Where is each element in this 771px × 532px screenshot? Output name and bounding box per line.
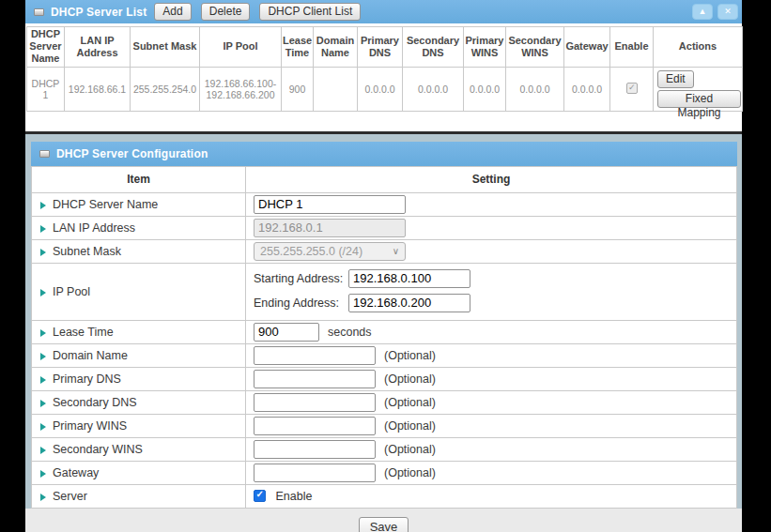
row-server: Server Enable: [32, 484, 737, 508]
column-header: Primary WINS: [464, 27, 506, 68]
ending-address-input[interactable]: [348, 294, 470, 312]
row-label: Subnet Mask: [53, 245, 121, 258]
cell-lan-ip: 192.168.66.1: [65, 67, 131, 111]
server-enable-checkbox[interactable]: [254, 490, 266, 502]
row-label: LAN IP Address: [53, 221, 135, 235]
starting-address-input[interactable]: [348, 269, 470, 288]
table-row: DHCP 1 192.168.66.1 255.255.254.0 192.16…: [27, 67, 743, 111]
subnet-mask-value: 255.255.255.0 (/24): [260, 245, 362, 258]
section-gap: [25, 112, 742, 131]
row-lan-ip-address: LAN IP Address: [32, 216, 737, 239]
secondary-dns-input[interactable]: [254, 393, 376, 412]
domain-name-input[interactable]: [254, 346, 376, 365]
chevron-down-icon: ∨: [393, 246, 399, 256]
server-enable-label: Enable: [275, 490, 312, 503]
cell-dhcp-server-name: DHCP 1: [27, 67, 65, 111]
item-arrow-icon: [40, 225, 46, 233]
dhcp-server-list-table: DHCP Server Name LAN IP Address Subnet M…: [26, 26, 743, 112]
primary-dns-input[interactable]: [254, 370, 376, 388]
dhcp-client-list-button[interactable]: DHCP Client List: [259, 3, 361, 21]
panel-icon: [34, 8, 44, 16]
cell-gateway: 0.0.0.0: [564, 67, 610, 111]
column-header: LAN IP Address: [65, 27, 131, 68]
item-arrow-icon: [40, 329, 46, 337]
column-header: Secondary WINS: [506, 27, 564, 68]
item-arrow-icon: [40, 249, 46, 256]
subnet-mask-select: 255.255.255.0 (/24) ∨: [254, 242, 406, 261]
item-arrow-icon: [40, 202, 46, 209]
optional-hint: (Optional): [384, 396, 436, 409]
cell-primary-wins: 0.0.0.0: [464, 67, 506, 111]
item-arrow-icon: [40, 447, 46, 454]
row-label: Gateway: [53, 466, 99, 479]
lease-time-input[interactable]: [254, 323, 319, 342]
column-header: Domain Name: [314, 27, 358, 68]
config-header-row: Item Setting: [32, 166, 737, 192]
collapse-icon: ▲: [699, 8, 707, 16]
row-domain-name: Domain Name (Optional): [32, 343, 737, 367]
item-arrow-icon: [40, 470, 46, 478]
row-label: DHCP Server Name: [53, 198, 158, 211]
row-label: Primary DNS: [53, 372, 121, 386]
cell-ip-pool: 192.168.66.100-192.168.66.200: [200, 67, 282, 111]
item-arrow-icon: [40, 400, 46, 407]
collapse-button[interactable]: ▲: [692, 4, 713, 20]
column-header: Lease Time: [282, 27, 314, 68]
cell-subnet-mask: 255.255.254.0: [131, 67, 200, 111]
dhcp-server-configuration-table: Item Setting DHCP Server Name LAN IP Add…: [31, 166, 737, 509]
row-primary-dns: Primary DNS (Optional): [32, 367, 737, 390]
optional-hint: (Optional): [384, 372, 436, 386]
save-button[interactable]: Save: [359, 517, 409, 532]
column-header: DHCP Server Name: [27, 27, 65, 68]
row-label: Secondary WINS: [53, 443, 143, 456]
ending-address-label: Ending Address:: [254, 296, 348, 310]
row-ip-pool: IP Pool Starting Address: Ending Address…: [32, 263, 737, 320]
row-label: Domain Name: [53, 349, 128, 362]
item-column-header: Item: [32, 166, 246, 192]
fixed-mapping-button[interactable]: Fixed Mapping: [657, 90, 741, 108]
row-secondary-dns: Secondary DNS (Optional): [32, 390, 737, 414]
optional-hint: (Optional): [384, 466, 436, 479]
close-button[interactable]: ✕: [717, 4, 738, 20]
row-label: Secondary DNS: [53, 396, 137, 409]
panel-title: DHCP Server Configuration: [56, 147, 208, 160]
list-header-row: DHCP Server Name LAN IP Address Subnet M…: [27, 27, 743, 68]
dhcp-server-list-header: DHCP Server List Add Delete DHCP Client …: [25, 0, 742, 23]
row-label: Primary WINS: [53, 419, 127, 433]
delete-button[interactable]: Delete: [201, 3, 251, 21]
column-header: Enable: [610, 27, 654, 68]
column-header: Actions: [654, 27, 743, 68]
close-icon: ✕: [724, 8, 732, 16]
cell-enable: [610, 67, 654, 111]
edit-button[interactable]: Edit: [657, 70, 694, 88]
cell-secondary-wins: 0.0.0.0: [506, 67, 564, 111]
optional-hint: (Optional): [384, 443, 436, 456]
row-dhcp-server-name: DHCP Server Name: [32, 192, 737, 216]
page-content: DHCP Server List Add Delete DHCP Client …: [25, 0, 742, 532]
cell-actions: Edit Fixed Mapping: [654, 67, 743, 111]
row-enable-checkbox: [626, 83, 638, 94]
setting-column-header: Setting: [246, 166, 737, 192]
primary-wins-input[interactable]: [254, 417, 376, 435]
optional-hint: (Optional): [384, 419, 436, 433]
item-arrow-icon: [40, 376, 46, 384]
panel-title: DHCP Server List: [51, 6, 146, 19]
item-arrow-icon: [40, 423, 46, 431]
secondary-wins-input[interactable]: [254, 440, 376, 459]
row-lease-time: Lease Time seconds: [32, 320, 737, 343]
column-header: Gateway: [564, 27, 610, 68]
footer-bar: Save: [25, 509, 742, 532]
item-arrow-icon: [40, 494, 46, 501]
dhcp-server-name-input[interactable]: [254, 195, 406, 214]
cell-primary-dns: 0.0.0.0: [358, 67, 403, 111]
add-button[interactable]: Add: [154, 3, 191, 21]
row-gateway: Gateway (Optional): [32, 461, 737, 484]
cell-secondary-dns: 0.0.0.0: [403, 67, 464, 111]
row-secondary-wins: Secondary WINS (Optional): [32, 437, 737, 461]
cell-lease-time: 900: [282, 67, 314, 111]
gateway-input[interactable]: [254, 464, 376, 482]
window-controls: ▲ ✕: [692, 4, 742, 20]
starting-address-label: Starting Address:: [254, 272, 348, 285]
row-label: Server: [53, 490, 87, 503]
cell-domain-name: [314, 67, 358, 111]
